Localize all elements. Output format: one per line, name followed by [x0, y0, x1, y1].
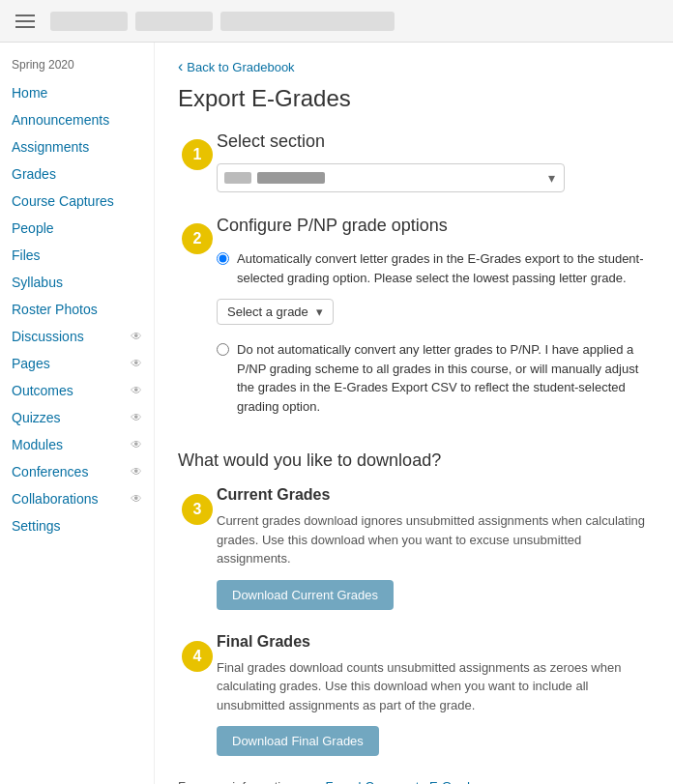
step4-badge: 4: [182, 641, 213, 672]
step2-badge: 2: [182, 223, 213, 254]
sidebar-item-collaborations[interactable]: Collaborations 👁: [0, 485, 154, 512]
radio-auto-convert-text: Automatically convert letter grades in t…: [237, 249, 650, 287]
step1-content: Select section ▾: [217, 131, 650, 192]
sidebar-item-course-captures[interactable]: Course Captures: [0, 188, 154, 215]
collaborations-icon: 👁: [131, 492, 142, 506]
sidebar-item-pages[interactable]: Pages 👁: [0, 350, 154, 377]
sidebar-item-conferences[interactable]: Conferences 👁: [0, 458, 154, 485]
sidebar-item-people[interactable]: People: [0, 215, 154, 242]
sidebar-item-grades[interactable]: Grades: [0, 160, 154, 188]
footer-info: For more information, see From bCourses …: [178, 779, 650, 784]
current-grades-content: Current Grades Current grades download i…: [217, 486, 650, 610]
step1-badge-col: 1: [178, 131, 217, 192]
radio-option-1: Automatically convert letter grades in t…: [217, 249, 650, 287]
final-grades-subsection: 4 Final Grades Final grades download cou…: [178, 633, 650, 757]
final-grades-title: Final Grades: [217, 633, 650, 651]
step2-content: Configure P/NP grade options Automatical…: [217, 216, 650, 427]
header-tab-2: [135, 12, 213, 31]
step1-badge: 1: [182, 139, 213, 170]
radio-no-convert-text: Do not automatically convert any letter …: [237, 340, 650, 416]
sidebar-item-roster-photos[interactable]: Roster Photos: [0, 296, 154, 323]
sidebar-label-outcomes: Outcomes: [12, 383, 73, 398]
step4-badge-col: 4: [178, 633, 217, 757]
sidebar-label-course-captures: Course Captures: [12, 193, 114, 209]
current-grades-title: Current Grades: [217, 486, 650, 504]
grade-select-container[interactable]: Select a grade: [217, 299, 334, 325]
sidebar-label-quizzes: Quizzes: [12, 410, 61, 425]
sidebar-semester: Spring 2020: [0, 54, 154, 79]
sidebar: Spring 2020 Home Announcements Assignmen…: [0, 43, 155, 784]
sidebar-item-syllabus[interactable]: Syllabus: [0, 269, 154, 296]
sidebar-item-quizzes[interactable]: Quizzes 👁: [0, 404, 154, 431]
sidebar-item-settings[interactable]: Settings: [0, 512, 154, 539]
sidebar-label-discussions: Discussions: [12, 329, 84, 344]
sidebar-item-outcomes[interactable]: Outcomes 👁: [0, 377, 154, 404]
sidebar-item-home[interactable]: Home: [0, 79, 154, 106]
step2-section: 2 Configure P/NP grade options Automatic…: [178, 216, 650, 427]
pages-icon: 👁: [131, 357, 142, 370]
radio-option-2: Do not automatically convert any letter …: [217, 340, 650, 416]
step1-title: Select section: [217, 131, 650, 152]
grade-select-label: Select a grade: [227, 305, 308, 319]
header-tabs: [50, 12, 395, 31]
step3-badge: 3: [182, 494, 213, 525]
sidebar-item-announcements[interactable]: Announcements: [0, 106, 154, 133]
section-select-wrapper: ▾: [217, 163, 565, 192]
download-title: What would you like to download?: [178, 450, 650, 471]
discussions-icon: 👁: [131, 330, 142, 343]
footer-text: For more information, see: [178, 779, 325, 784]
final-grades-desc: Final grades download counts unsubmitted…: [217, 658, 650, 715]
download-final-grades-button[interactable]: Download Final Grades: [217, 726, 379, 756]
final-grades-content: Final Grades Final grades download count…: [217, 633, 650, 757]
sidebar-label-conferences: Conferences: [12, 464, 88, 479]
step3-section: What would you like to download? 3 Curre…: [178, 450, 650, 756]
layout: Spring 2020 Home Announcements Assignmen…: [0, 43, 673, 784]
current-grades-desc: Current grades download ignores unsubmit…: [217, 511, 650, 568]
sidebar-item-files[interactable]: Files: [0, 242, 154, 269]
radio-auto-convert[interactable]: [217, 252, 229, 265]
download-current-grades-button[interactable]: Download Current Grades: [217, 580, 394, 610]
back-link[interactable]: Back to Gradebook: [178, 58, 295, 75]
sidebar-item-modules[interactable]: Modules 👁: [0, 431, 154, 458]
sidebar-label-people: People: [12, 220, 54, 236]
hamburger-menu[interactable]: [15, 15, 35, 28]
main-content: Back to Gradebook Export E-Grades 1 Sele…: [155, 43, 673, 784]
radio-no-convert[interactable]: [217, 343, 229, 356]
footer-link[interactable]: From bCourses to E-Grades: [325, 779, 483, 784]
conferences-icon: 👁: [131, 465, 142, 479]
grade-select-wrapper: Select a grade: [217, 299, 650, 325]
sidebar-label-roster-photos: Roster Photos: [12, 302, 98, 317]
configure-title: Configure P/NP grade options: [217, 216, 650, 236]
sidebar-item-discussions[interactable]: Discussions 👁: [0, 323, 154, 350]
sidebar-label-collaborations: Collaborations: [12, 491, 99, 507]
sidebar-label-announcements: Announcements: [12, 112, 109, 128]
modules-icon: 👁: [131, 438, 142, 451]
page-title: Export E-Grades: [178, 85, 650, 112]
step1-section: 1 Select section ▾: [178, 131, 650, 192]
section-select[interactable]: [217, 163, 565, 192]
sidebar-label-home: Home: [12, 85, 47, 101]
header: [0, 0, 673, 43]
sidebar-label-pages: Pages: [12, 356, 50, 371]
sidebar-label-assignments: Assignments: [12, 139, 89, 155]
sidebar-item-assignments[interactable]: Assignments: [0, 133, 154, 160]
quizzes-icon: 👁: [131, 411, 142, 424]
header-tab-3: [220, 12, 395, 31]
sidebar-label-modules: Modules: [12, 437, 63, 452]
sidebar-label-syllabus: Syllabus: [12, 275, 63, 290]
sidebar-label-files: Files: [12, 247, 41, 263]
sidebar-label-settings: Settings: [12, 518, 61, 534]
outcomes-icon: 👁: [131, 384, 142, 397]
sidebar-label-grades: Grades: [12, 166, 56, 182]
step3-badge-col: 3: [178, 486, 217, 610]
step2-badge-col: 2: [178, 216, 217, 427]
current-grades-subsection: 3 Current Grades Current grades download…: [178, 486, 650, 610]
header-tab-1: [50, 12, 128, 31]
